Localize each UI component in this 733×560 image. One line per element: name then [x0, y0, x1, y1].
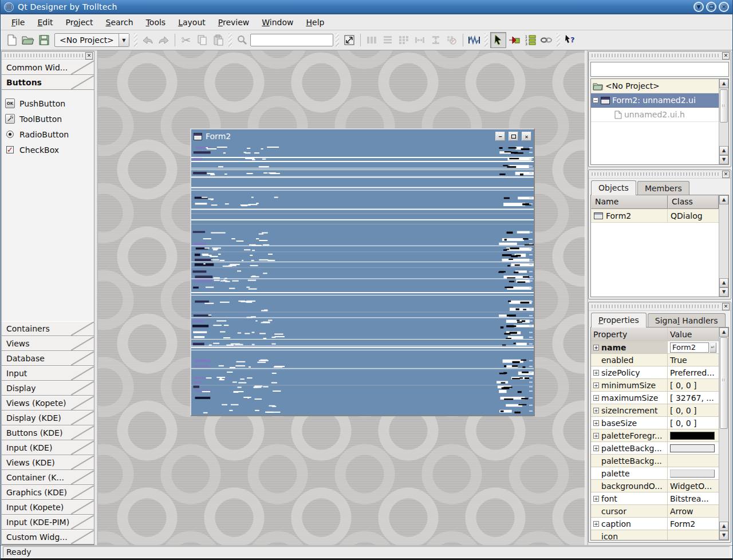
- menu-project[interactable]: Project: [61, 15, 98, 29]
- project-combobox[interactable]: <No Project> ▼: [54, 33, 129, 47]
- object-row-form2[interactable]: Form2 QDialog: [591, 209, 719, 223]
- expand-icon[interactable]: +: [593, 345, 599, 350]
- project-scrollbar[interactable]: ▲ ▲ ▼: [719, 79, 728, 164]
- toolbar-handle[interactable]: [557, 33, 560, 47]
- toolbar-handle[interactable]: [336, 33, 339, 47]
- property-row-basesize[interactable]: +baseSize [ 0, 0 ]: [591, 417, 719, 429]
- pointer-tool-button[interactable]: [490, 32, 506, 48]
- name-value-editor[interactable]: Form2: [670, 342, 709, 353]
- tab-properties[interactable]: Properties: [591, 313, 647, 328]
- property-row-name[interactable]: +name Form2↵: [591, 341, 719, 354]
- lay-out-vertical-splitter-button[interactable]: [428, 32, 444, 48]
- expand-icon[interactable]: +: [593, 433, 599, 439]
- toolbox-category-custom-widgets[interactable]: Custom Widg...: [2, 530, 94, 545]
- property-row-caption[interactable]: +caption Form2: [591, 518, 719, 530]
- toolbox-category-common-widgets[interactable]: Common Wid...: [2, 60, 94, 75]
- restore-button[interactable]: [706, 2, 716, 12]
- widget-toolbutton[interactable]: ToolButton: [5, 111, 90, 127]
- toolbox-category-containers[interactable]: Containers: [2, 321, 94, 336]
- property-row-backgroundorigin[interactable]: +backgroundO... WidgetO...: [591, 480, 719, 492]
- property-scrollbar[interactable]: ▲ ▲ ▼: [719, 328, 728, 540]
- tab-members[interactable]: Members: [637, 181, 689, 195]
- expand-icon[interactable]: +: [593, 395, 599, 401]
- search-input[interactable]: [250, 34, 333, 46]
- scroll-up-icon[interactable]: ▲: [719, 79, 728, 88]
- titlebar[interactable]: Qt Designer by Trolltech ▼ ✕: [1, 0, 732, 14]
- property-row-sizepolicy[interactable]: +sizePolicy Preferred...: [591, 366, 719, 379]
- toolbox-category-input-kde[interactable]: Input (KDE): [2, 440, 94, 455]
- property-close-icon[interactable]: ✕: [722, 303, 730, 310]
- form2-titlebar[interactable]: Form2 − ✕: [191, 129, 534, 143]
- toolbox-category-graphics-kde[interactable]: Graphics (KDE): [2, 485, 94, 500]
- menu-file[interactable]: File: [6, 15, 30, 29]
- toolbar-handle[interactable]: [484, 33, 488, 47]
- close-button[interactable]: ✕: [719, 2, 729, 12]
- color-swatch[interactable]: [670, 432, 715, 440]
- set-buddy-button[interactable]: [538, 32, 554, 48]
- menu-edit[interactable]: Edit: [32, 15, 58, 29]
- project-form-item[interactable]: − Form2: unnamed2.ui: [591, 93, 719, 108]
- property-row-palette[interactable]: +palette: [591, 467, 719, 480]
- tab-order-button[interactable]: 123: [522, 32, 538, 48]
- expand-icon[interactable]: +: [593, 370, 599, 376]
- toolbar-handle[interactable]: [228, 33, 232, 47]
- app-icon[interactable]: [4, 2, 14, 12]
- property-row-sizeincrement[interactable]: +sizeIncrement [ 0, 0 ]: [591, 404, 719, 417]
- property-row-maximumsize[interactable]: +maximumSize [ 32767, ...: [591, 392, 719, 404]
- property-row-palettebackground-color[interactable]: +paletteBackg...: [591, 442, 719, 455]
- property-dock-handle[interactable]: ✕: [589, 302, 731, 311]
- tab-objects[interactable]: Objects: [591, 180, 636, 195]
- scroll-up-icon[interactable]: ▲: [719, 195, 728, 204]
- cut-button[interactable]: ✂: [178, 32, 194, 48]
- toolbox-category-display-kde[interactable]: Display (KDE): [2, 411, 94, 425]
- toolbox-dock-handle[interactable]: ✕: [2, 52, 94, 60]
- scroll-up-icon[interactable]: ▲: [719, 278, 728, 287]
- property-row-palettebackground-pixmap[interactable]: +paletteBackg...: [591, 455, 719, 467]
- menu-tools[interactable]: Tools: [141, 15, 171, 29]
- lay-out-in-grid-button[interactable]: [396, 32, 412, 48]
- open-file-button[interactable]: [20, 32, 36, 48]
- object-dock-handle[interactable]: ✕: [589, 170, 731, 179]
- menu-layout[interactable]: Layout: [173, 15, 211, 29]
- toolbox-category-display[interactable]: Display: [2, 381, 94, 396]
- object-scrollbar[interactable]: ▲ ▲ ▼: [719, 195, 728, 297]
- property-row-minimumsize[interactable]: +minimumSize [ 0, 0 ]: [591, 379, 719, 392]
- column-header-class[interactable]: Class: [668, 195, 719, 209]
- scroll-down-icon[interactable]: ▼: [719, 531, 728, 540]
- toolbox-category-input-kde-pim[interactable]: Input (KDE-PIM): [2, 515, 94, 530]
- widget-checkbox[interactable]: ✓ CheckBox: [5, 142, 90, 157]
- connect-signals-button[interactable]: [506, 32, 522, 48]
- expand-icon[interactable]: +: [593, 408, 599, 413]
- new-file-button[interactable]: [4, 32, 20, 48]
- toolbox-category-input-kopete[interactable]: Input (Kopete): [2, 500, 94, 515]
- property-row-enabled[interactable]: +enabled True: [591, 354, 719, 366]
- project-dock-handle[interactable]: ✕: [589, 52, 731, 60]
- expand-icon[interactable]: +: [593, 521, 599, 527]
- form-minimize-button[interactable]: −: [495, 132, 505, 141]
- color-swatch[interactable]: [670, 444, 715, 452]
- scroll-down-icon[interactable]: ▼: [719, 155, 728, 164]
- project-source-item[interactable]: unnamed2.ui.h: [591, 108, 719, 122]
- expand-icon[interactable]: +: [593, 382, 599, 388]
- collapse-icon[interactable]: −: [593, 97, 598, 103]
- column-header-value[interactable]: Value: [668, 328, 719, 341]
- redo-button[interactable]: [156, 32, 172, 48]
- shade-button[interactable]: ▼: [693, 2, 704, 12]
- form-close-button[interactable]: ✕: [522, 132, 531, 141]
- toolbar-handle[interactable]: [134, 33, 137, 47]
- scroll-up-icon[interactable]: ▲: [719, 328, 728, 337]
- undo-button[interactable]: [140, 32, 156, 48]
- reset-property-icon[interactable]: ↵: [710, 342, 716, 353]
- lay-out-vertically-button[interactable]: [380, 32, 396, 48]
- toolbox-category-database[interactable]: Database: [2, 351, 94, 366]
- scroll-up-icon[interactable]: ▲: [719, 522, 728, 531]
- menu-search[interactable]: Search: [101, 15, 139, 29]
- palette-button[interactable]: [670, 470, 715, 478]
- toolbox-category-buttons-kde[interactable]: Buttons (KDE): [2, 425, 94, 440]
- lay-out-horizontally-button[interactable]: [364, 32, 380, 48]
- toolbox-category-views[interactable]: Views: [2, 336, 94, 351]
- whats-this-button[interactable]: ?: [562, 32, 578, 48]
- menu-window[interactable]: Window: [257, 15, 298, 29]
- save-button[interactable]: [36, 32, 52, 48]
- column-header-name[interactable]: Name: [591, 195, 668, 209]
